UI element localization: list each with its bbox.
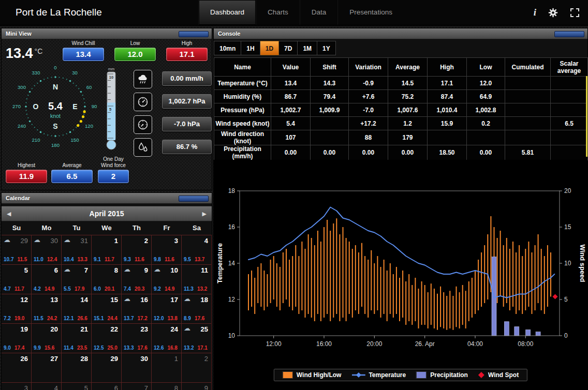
calendar-day[interactable]: 86.020.1 [92,265,122,294]
prev-month-arrow[interactable]: ◀ [2,206,16,221]
panel-handle[interactable] [179,31,209,37]
weekday-header: SuMoTuWeThFrSa [2,221,212,235]
stat-value-box: 12.0 [114,48,156,61]
table-scrollbar[interactable] [586,76,587,157]
table-cell: 1,002.7 [271,103,311,117]
calendar-day[interactable]: 5 [62,383,92,390]
day-max-temp: 13.7 [195,257,204,262]
table-cell [551,103,588,117]
console-table: NameValueShiftVariationAverageHighLowCum… [214,57,588,160]
calendar-day[interactable]: 2111.423.5 [62,324,92,353]
info-icon[interactable]: i [534,7,536,18]
calendar-day[interactable]: 199.017.4 [2,324,32,353]
calendar-day[interactable]: 19.111.7 [92,235,122,265]
panel-handle[interactable] [554,31,584,37]
rain-cloud-icon: ☁ [4,236,10,244]
calendar-day[interactable]: 1311.524.2 [32,294,62,324]
rain-cloud-icon: ☁ [124,265,130,273]
calendar-day[interactable]: 1515.124.4 [92,294,122,324]
day-number: 14 [81,296,88,304]
day-max-temp: 20.3 [135,286,144,292]
calendar-day[interactable]: 39.811.6 [152,235,182,265]
calendar-day[interactable]: 6 [92,383,122,390]
svg-text:08:00: 08:00 [518,340,533,348]
legend-item-precipitation[interactable]: Precipitation [416,371,468,379]
table-cell: +17.2 [349,117,388,130]
calendar-day[interactable]: 30 [122,353,152,383]
calendar-day[interactable]: 2212.525.0 [92,324,122,353]
calendar-day[interactable]: 8 [152,383,182,390]
table-cell: 14.3 [311,77,349,90]
calendar-day[interactable]: ☁75.517.9 [62,265,92,294]
calendar-day[interactable]: ☁97.420.3 [122,265,152,294]
calendar-day[interactable]: 2313.317.6 [122,324,152,353]
day-temps: 9.017.4 [4,345,30,351]
calendar-day[interactable]: ☁188.917.6 [182,294,212,324]
svg-text:S: S [53,122,57,130]
range-button-1y[interactable]: 1Y [317,41,336,55]
stat-wind-chill: Wind Chill 13.4 [63,40,104,61]
calendar-day[interactable]: 2412.616.8 [152,324,182,353]
calendar-day[interactable]: 1111.313.2 [182,265,212,294]
calendar-day[interactable]: 29 [92,353,122,383]
row-name: Wind direction (knot) [214,130,271,145]
legend-item-wind-high-low[interactable]: Wind High/Low [283,371,342,379]
calendar-day[interactable]: ☁2513.217.1 [182,324,212,353]
weekday-label: Th [122,221,152,235]
calendar-day[interactable]: 1412.126.6 [62,294,92,324]
range-button-1d[interactable]: 1D [260,41,279,55]
tab-charts[interactable]: Charts [256,0,300,25]
calendar-day[interactable]: ☁109.214.9 [152,265,182,294]
calendar-day[interactable]: 127.219.0 [2,294,32,324]
table-cell: 179 [388,130,428,145]
calendar-day[interactable]: ☁3011.012.4 [32,235,62,265]
svg-text:5.4: 5.4 [48,100,63,112]
calendar-day[interactable]: 1712.013.8 [152,294,182,324]
range-button-10mn[interactable]: 10mn [214,41,241,55]
calendar-day[interactable]: ☁2910.711.5 [2,235,32,265]
tab-data[interactable]: Data [300,0,338,25]
calendar-day[interactable]: 64.214.9 [32,265,62,294]
legend-item-wind-spot[interactable]: Wind Spot [478,371,519,379]
table-cell [551,145,588,160]
tab-dashboard[interactable]: Dashboard [198,0,256,25]
calendar-day[interactable]: 7 [122,383,152,390]
calendar-day[interactable]: 54.711.7 [2,265,32,294]
day-max-temp: 13.3 [77,257,87,262]
table-cell: 6.5 [551,117,588,130]
next-month-arrow[interactable]: ▶ [197,206,212,221]
table-cell: 17.1 [428,77,467,90]
table-cell: 107 [271,130,311,145]
calendar-day[interactable]: ☁1613.717.2 [122,294,152,324]
calendar-day[interactable]: 4 [32,383,62,390]
range-button-7d[interactable]: 7D [279,41,298,55]
day-temps: 9.111.7 [94,257,120,262]
table-cell: 87.4 [428,90,467,103]
range-button-1m[interactable]: 1M [298,41,317,55]
svg-text:30: 30 [72,70,78,76]
calendar-day[interactable]: 27 [32,353,62,383]
calendar-day[interactable]: 2 [182,353,212,383]
settings-icon[interactable] [548,7,558,18]
svg-text:60: 60 [86,84,92,90]
table-cell [505,117,551,130]
calendar-day[interactable]: 209.915.6 [32,324,62,353]
calendar-day[interactable]: 9 [182,383,212,390]
calendar-day[interactable]: 1 [152,353,182,383]
day-min-temp: 15.1 [94,316,104,321]
calendar-day[interactable]: 26 [2,353,32,383]
panel-handle[interactable] [179,196,209,202]
legend-item-temperature[interactable]: Temperature [351,371,406,379]
calendar-day[interactable]: 49.513.7 [182,235,212,265]
range-button-1h[interactable]: 1H [241,41,260,55]
calendar-day[interactable]: 3 [2,383,32,390]
table-cell: 0.00 [467,145,505,160]
calendar-day[interactable]: 28 [62,353,92,383]
fullscreen-icon[interactable] [570,8,580,18]
bottom-value-box: 6.5 [51,170,93,183]
calendar-day[interactable]: ☁3110.413.3 [62,235,92,265]
day-min-temp: 9.2 [154,286,161,292]
tab-presentations[interactable]: Presentations [337,0,404,25]
weather-chart[interactable]: 10121416180510152012:0016:0020:0026. Apr… [214,160,587,390]
calendar-day[interactable]: 29.311.6 [122,235,152,265]
